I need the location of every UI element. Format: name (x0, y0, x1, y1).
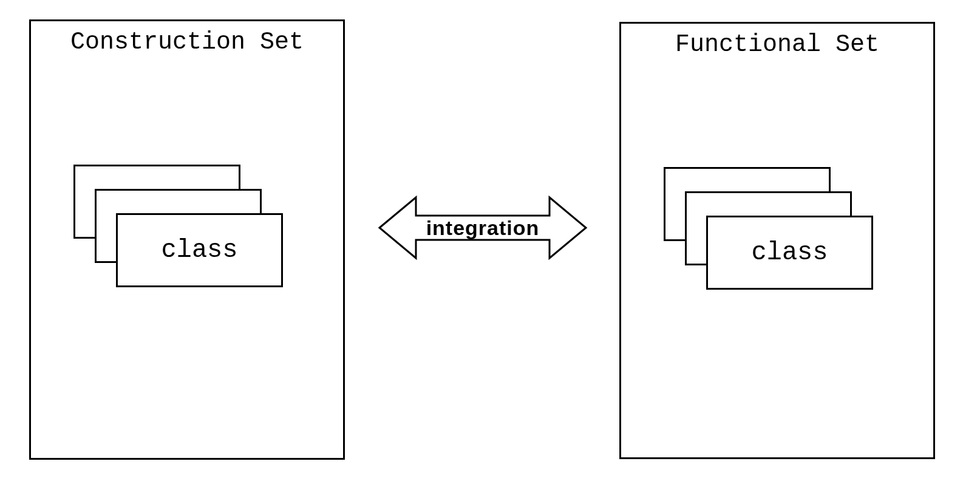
class-card-label: class (751, 238, 828, 267)
functional-set-title: Functional Set (621, 24, 933, 58)
construction-set-title: Construction Set (31, 21, 343, 56)
class-card-label: class (161, 236, 237, 265)
class-stack-right: class (664, 167, 894, 313)
functional-set-box: Functional Set class (619, 22, 935, 459)
class-card: class (116, 213, 283, 287)
integration-arrow: integration (376, 182, 589, 273)
construction-set-box: Construction Set class (29, 19, 345, 460)
integration-label: integration (376, 182, 589, 273)
class-card: class (706, 216, 873, 290)
class-stack-left: class (73, 165, 304, 310)
